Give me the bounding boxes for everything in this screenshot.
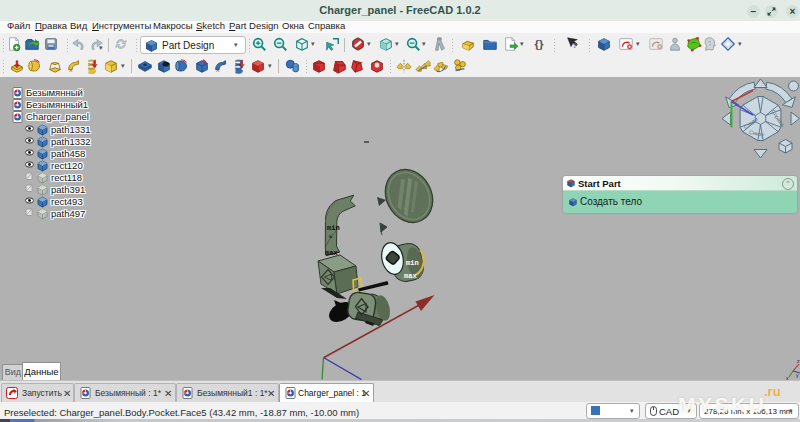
svg-text:min: min [327,224,340,232]
svg-text:min: min [406,259,419,267]
svg-text:≤: ≤ [329,233,333,240]
svg-text:max: max [404,272,417,280]
